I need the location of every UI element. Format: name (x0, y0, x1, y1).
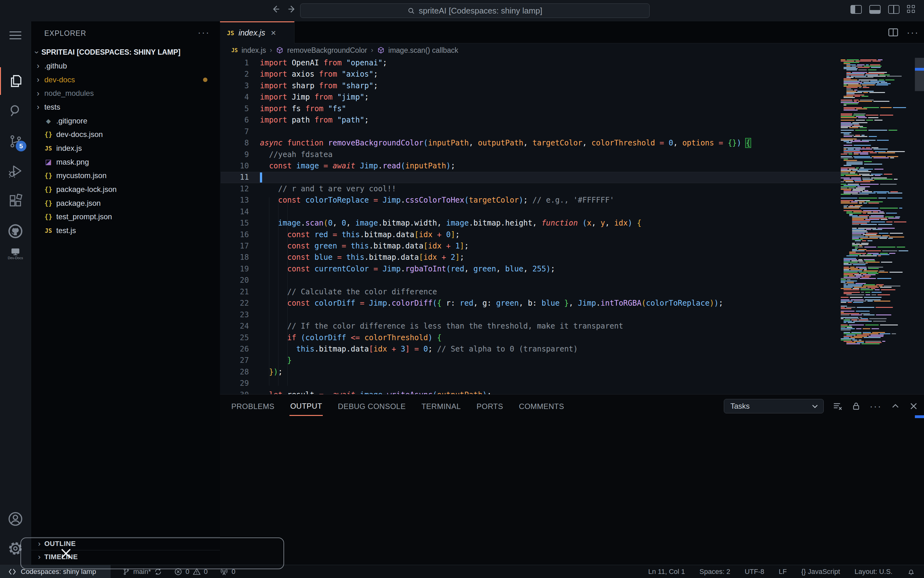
scrollbar-slider[interactable] (915, 58, 924, 91)
minimap-line (841, 172, 914, 174)
minimap[interactable] (841, 58, 914, 353)
notifications-bell-icon[interactable] (907, 568, 915, 576)
status-item-utf-8[interactable]: UTF-8 (745, 568, 764, 576)
search-value: spriteAI [Codespaces: shiny lamp] (419, 6, 542, 16)
ports-status[interactable]: 0 (220, 567, 236, 576)
maximize-panel-icon[interactable] (891, 401, 900, 411)
outline-section[interactable]: › OUTLINE (31, 537, 220, 550)
minimap-line (852, 249, 914, 250)
minimap-line (846, 64, 914, 65)
toggle-panel-icon[interactable] (869, 5, 881, 14)
tree-item-node-modules[interactable]: ›node_modules (31, 86, 220, 100)
minimap-line (841, 122, 914, 123)
minimap-line (841, 155, 914, 156)
minimap-line (841, 61, 914, 62)
minimap-line (844, 269, 914, 270)
tree-item--gitignore[interactable]: ◆.gitignore (31, 114, 220, 128)
remote-indicator[interactable]: Codespaces: shiny lamp (0, 565, 111, 578)
toggle-sidebar-icon[interactable] (851, 5, 862, 14)
extensions-icon[interactable] (0, 187, 31, 215)
tree-item-package-lock-json[interactable]: {}package-lock.json (31, 182, 220, 196)
output-channel-select[interactable]: Tasks (724, 399, 824, 413)
timeline-section[interactable]: › TIMELINE (31, 550, 220, 563)
split-editor-icon[interactable] (888, 28, 898, 37)
run-debug-icon[interactable] (0, 157, 31, 185)
panel-tab-output[interactable]: OUTPUT (290, 398, 323, 416)
minimap-line (841, 171, 914, 172)
minimap-line (841, 297, 914, 298)
command-center-search[interactable]: spriteAI [Codespaces: shiny lamp] (300, 3, 650, 18)
tab-index-js[interactable]: JS index.js × (220, 21, 294, 43)
status-item-ln-11-col-1[interactable]: Ln 11, Col 1 (648, 568, 685, 576)
branch-status[interactable]: main* (122, 568, 162, 576)
minimap-line (844, 293, 914, 294)
minimap-line (841, 119, 914, 119)
panel-tab-problems[interactable]: PROBLEMS (231, 398, 275, 415)
panel-tab-debug-console[interactable]: DEBUG CONSOLE (337, 398, 407, 415)
account-icon[interactable] (0, 505, 31, 533)
toggle-secondary-sidebar-icon[interactable] (888, 5, 900, 14)
breadcrumb-symbol[interactable]: removeBackgroundColor (287, 46, 367, 55)
lock-scroll-icon[interactable] (851, 401, 861, 411)
tree-item-test-js[interactable]: JStest.js (31, 224, 220, 237)
close-panel-icon[interactable] (909, 401, 918, 411)
minimap-line (852, 223, 914, 224)
panel-tab-ports[interactable]: PORTS (476, 398, 504, 415)
tree-item-dev-docs-json[interactable]: {}dev-docs.json (31, 128, 220, 141)
tree-item-mycustom-json[interactable]: {}mycustom.json (31, 169, 220, 183)
nav-forward-icon[interactable] (287, 5, 297, 14)
status-item-spaces-2[interactable]: Spaces: 2 (700, 568, 730, 576)
github-icon[interactable] (0, 218, 31, 245)
tree-item-package-json[interactable]: {}package.json (31, 196, 220, 210)
workspace-root-row[interactable]: › SPRITEAI [CODESPACES: SHINY LAMP] (31, 45, 220, 59)
tree-item-dev-docs[interactable]: ›dev-docs (31, 73, 220, 87)
minimap-line (846, 255, 914, 257)
minimap-line (841, 279, 914, 280)
minimap-line (849, 254, 914, 255)
minimap-line (844, 284, 914, 285)
status-item-lf[interactable]: LF (779, 568, 787, 576)
menu-icon[interactable] (0, 21, 31, 49)
breadcrumb-file[interactable]: index.js (241, 46, 266, 55)
tree-item-test-prompt-json[interactable]: {}test_prompt.json (31, 210, 220, 224)
panel-more-actions-icon[interactable]: ··· (870, 401, 882, 411)
minimap-line (844, 110, 914, 110)
minimap-line (841, 123, 914, 124)
minimap-line (846, 164, 914, 165)
minimap-line (841, 309, 914, 310)
code-line-15: image.scan(0, 0, image.bitmap.width, ima… (260, 218, 750, 229)
minimap-line (844, 283, 914, 284)
minimap-line (852, 230, 914, 231)
tree-item-tests[interactable]: ›tests (31, 100, 220, 114)
panel-tab-bar: PROBLEMSOUTPUTDEBUG CONSOLETERMINALPORTS… (231, 395, 565, 419)
settings-gear-icon[interactable] (0, 535, 31, 562)
minimap-line (844, 63, 914, 64)
breadcrumb-symbol[interactable]: image.scan() callback (389, 46, 458, 55)
tree-item-mask-png[interactable]: ◪mask.png (31, 155, 220, 169)
status-bar: Codespaces: shiny lamp main* 0 0 0 Ln 11… (0, 565, 924, 578)
minimap-line (841, 308, 914, 309)
code-line-19: const currentColor = Jimp.rgbaToInt(red,… (260, 263, 750, 274)
code-content[interactable]: import OpenAI from "openai";import axios… (260, 57, 750, 401)
tab-close-icon[interactable]: × (271, 28, 276, 38)
editor-more-actions-icon[interactable]: ··· (907, 27, 919, 38)
line-number: 23 (220, 309, 249, 320)
minimap-line (841, 316, 914, 317)
minimap-line (841, 167, 914, 168)
tree-item--github[interactable]: ›.github (31, 59, 220, 73)
source-control-icon[interactable]: 5 (0, 128, 31, 155)
clear-output-icon[interactable] (833, 401, 843, 411)
dev-docs-extension-icon[interactable]: Dev-Docs (0, 241, 31, 266)
status-item-javascript[interactable]: {} JavaScript (801, 568, 840, 576)
panel-tab-terminal[interactable]: TERMINAL (421, 398, 461, 415)
problems-status[interactable]: 0 0 (174, 568, 208, 576)
explorer-icon[interactable] (0, 67, 31, 95)
panel-tab-comments[interactable]: COMMENTS (518, 398, 565, 415)
tree-item-index-js[interactable]: JSindex.js (31, 141, 220, 155)
explorer-more-icon[interactable]: ··· (198, 27, 210, 38)
customize-layout-icon[interactable] (907, 5, 918, 14)
search-view-icon[interactable] (0, 97, 31, 124)
status-item-layout-u-s[interactable]: Layout: U.S. (854, 568, 893, 576)
nav-back-icon[interactable] (271, 5, 280, 14)
code-line-20 (260, 274, 750, 286)
